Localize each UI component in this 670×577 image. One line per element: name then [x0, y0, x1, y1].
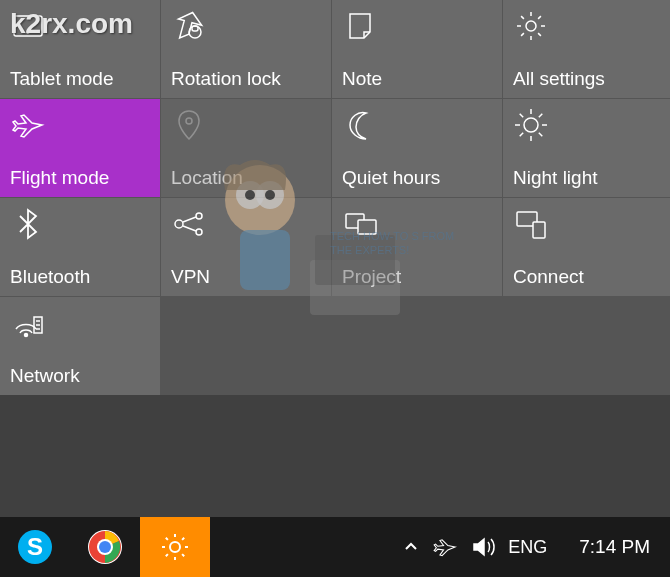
- tile-label: Tablet mode: [10, 68, 150, 90]
- tray-airplane-icon[interactable]: [432, 534, 458, 560]
- tile-location[interactable]: Location: [161, 99, 331, 197]
- vpn-icon: [171, 206, 207, 242]
- svg-point-14: [25, 334, 28, 337]
- tile-label: Note: [342, 68, 492, 90]
- tile-label: Network: [10, 365, 150, 387]
- svg-point-8: [196, 213, 202, 219]
- taskbar-app-chrome[interactable]: [70, 517, 140, 577]
- svg-text:S: S: [27, 533, 43, 560]
- tray-chevron-up-icon[interactable]: [402, 538, 420, 556]
- taskbar-app-settings[interactable]: [140, 517, 210, 577]
- svg-point-4: [526, 21, 536, 31]
- taskbar-apps: S: [0, 517, 210, 577]
- tile-label: Night light: [513, 167, 663, 189]
- moon-icon: [342, 107, 378, 143]
- watermark-text: k2rx.com: [10, 8, 133, 40]
- tile-label: Flight mode: [10, 167, 150, 189]
- taskbar-app-skype[interactable]: S: [0, 517, 70, 577]
- taskbar: S ENG 7:14 PM: [0, 517, 670, 577]
- tile-flight-mode[interactable]: Flight mode: [0, 99, 160, 197]
- tile-label: Bluetooth: [10, 266, 150, 288]
- svg-point-32: [170, 542, 180, 552]
- svg-rect-3: [192, 26, 198, 31]
- action-center-tiles: Tablet mode Rotation lock Note All setti…: [0, 0, 670, 395]
- connect-icon: [513, 206, 549, 242]
- tile-bluetooth[interactable]: Bluetooth: [0, 198, 160, 296]
- project-icon: [342, 206, 378, 242]
- brightness-icon: [513, 107, 549, 143]
- svg-point-5: [186, 118, 192, 124]
- svg-point-7: [175, 220, 183, 228]
- system-tray: ENG 7:14 PM: [402, 534, 670, 560]
- tile-label: VPN: [171, 266, 321, 288]
- tile-label: Connect: [513, 266, 663, 288]
- airplane-icon: [10, 107, 46, 143]
- tile-rotation-lock[interactable]: Rotation lock: [161, 0, 331, 98]
- tile-quiet-hours[interactable]: Quiet hours: [332, 99, 502, 197]
- tile-network[interactable]: Network: [0, 297, 160, 395]
- tray-volume-icon[interactable]: [470, 534, 496, 560]
- tile-label: Location: [171, 167, 321, 189]
- svg-point-31: [99, 541, 111, 553]
- tile-label: Quiet hours: [342, 167, 492, 189]
- tile-project[interactable]: Project: [332, 198, 502, 296]
- rotation-lock-icon: [171, 8, 207, 44]
- tile-connect[interactable]: Connect: [503, 198, 670, 296]
- svg-rect-11: [358, 220, 376, 234]
- tile-all-settings[interactable]: All settings: [503, 0, 670, 98]
- bluetooth-icon: [10, 206, 46, 242]
- tile-label: Project: [342, 266, 492, 288]
- note-icon: [342, 8, 378, 44]
- tile-vpn[interactable]: VPN: [161, 198, 331, 296]
- svg-point-6: [524, 118, 538, 132]
- network-icon: [10, 305, 46, 341]
- tile-label: Rotation lock: [171, 68, 321, 90]
- tray-clock[interactable]: 7:14 PM: [559, 536, 650, 558]
- tray-language[interactable]: ENG: [508, 537, 547, 558]
- svg-point-2: [189, 26, 201, 38]
- location-icon: [171, 107, 207, 143]
- svg-point-9: [196, 229, 202, 235]
- tile-label: All settings: [513, 68, 663, 90]
- svg-rect-13: [533, 222, 545, 238]
- settings-icon: [513, 8, 549, 44]
- tile-night-light[interactable]: Night light: [503, 99, 670, 197]
- tile-note[interactable]: Note: [332, 0, 502, 98]
